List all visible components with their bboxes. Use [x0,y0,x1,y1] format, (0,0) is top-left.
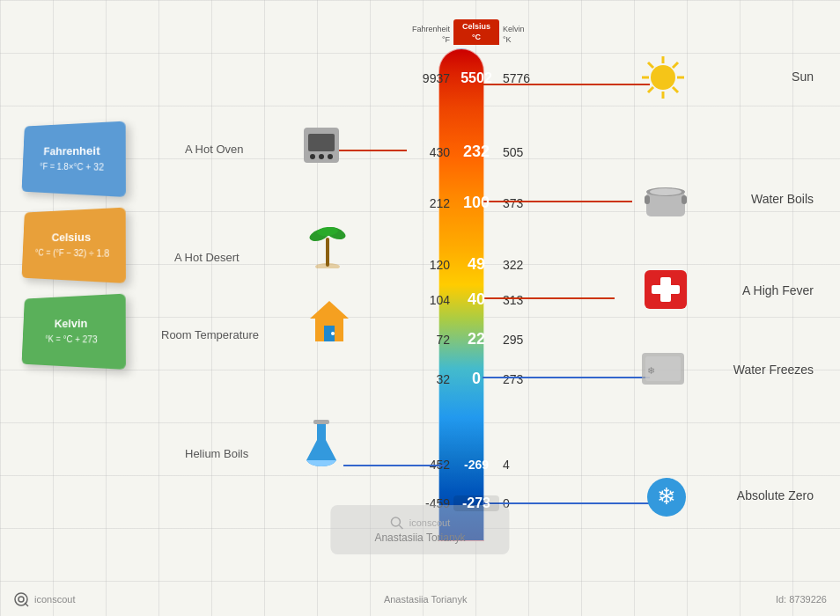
temp-c-sun: 5502 [453,70,499,86]
svg-marker-10 [310,301,349,319]
watermark-author: Anastasiia Torianyk [374,532,465,544]
svg-line-20 [648,62,653,68]
temp-row-freeze: 32 0 273 [405,370,548,388]
room-temp-label: Room Temperature [161,328,259,341]
svg-rect-14 [313,420,329,424]
iconscout-logo [13,591,29,607]
temp-c-waterboils: 100 [453,194,499,212]
temp-row-desert: 120 49 322 [405,255,548,274]
absolute-zero-label: Absolute Zero [737,488,814,502]
ice-icon: ❄ [640,348,686,393]
temp-f-desert: 120 [405,258,453,272]
oven-icon [299,123,343,171]
celsius-header: Celsius°C [453,19,499,45]
sun-icon [640,55,686,104]
hline-fever-right [483,297,615,299]
temp-c-freeze: 0 [453,370,499,388]
svg-point-15 [651,65,675,90]
hline-absolute-right [483,502,659,504]
water-freezes-label: Water Freezes [733,363,814,377]
temp-f-freeze: 32 [405,372,453,386]
celsius-title: Celsius [51,230,91,243]
pot-icon [643,176,689,222]
hline-oven-left [335,150,407,151]
temp-k-waterboils: 373 [499,196,548,210]
temp-f-room: 72 [405,333,453,347]
kelvin-formula: °K = °C + 273 [45,333,98,346]
svg-text:❄: ❄ [657,483,676,510]
svg-point-40 [18,597,24,602]
main-content: Fahrenheit °F = 1.8×°C + 32 Celsius °C =… [0,0,840,616]
temp-k-freeze: 273 [499,372,548,386]
hot-oven-label: A Hot Oven [185,143,243,156]
hline-waterboils-right [483,201,632,202]
high-fever-label: A High Fever [742,283,814,297]
svg-point-3 [319,154,324,159]
temp-k-helium: 4 [499,458,548,472]
footer-brand: iconscout [13,591,75,607]
watermark-search-icon [390,516,404,530]
temp-k-fever: 313 [499,293,548,307]
svg-line-21 [673,87,678,92]
water-boils-label: Water Boils [751,192,814,206]
hline-sun-right [483,84,650,85]
helium-boils-label: Helium Boils [185,447,248,460]
footer-author: Anastasiia Torianyk [384,594,468,605]
svg-point-28 [650,188,682,195]
temp-c-room: 22 [453,330,499,348]
footer: iconscout Anastasiia Torianyk Id: 873922… [0,591,840,607]
svg-rect-26 [645,195,650,204]
celsius-formula: °C = (°F − 32) ÷ 1.8 [35,246,110,260]
temp-c-absolute: -273 [453,495,499,511]
svg-point-13 [331,332,335,335]
kelvin-header: Kelvin°K [499,25,548,45]
temp-f-fever: 104 [405,293,453,307]
desert-icon [306,216,349,272]
svg-point-37 [392,517,401,526]
temp-k-desert: 322 [499,258,548,272]
fahrenheit-formula: °F = 1.8×°C + 32 [40,160,104,173]
temp-f-sun: 9937 [405,71,453,85]
temp-c-helium: -269 [453,458,499,472]
temp-row-oven: 430 232 505 [405,143,548,161]
temp-c-oven: 232 [453,143,499,161]
fahrenheit-header: Fahrenheit°F [405,25,453,45]
fahrenheit-title: Fahrenheit [43,143,99,158]
footer-brand-name: iconscout [34,594,75,605]
temp-row-room: 72 22 295 [405,330,548,348]
svg-line-23 [648,87,653,92]
temp-k-room: 295 [499,333,548,347]
helium-icon [299,418,343,470]
svg-rect-6 [326,238,329,267]
sun-label: Sun [792,70,814,84]
temp-c-fever: 40 [453,290,499,309]
formula-cards: Fahrenheit °F = 1.8×°C + 32 Celsius °C =… [18,123,123,366]
watermark: iconscout Anastasiia Torianyk [330,505,509,554]
footer-id: Id: 8739226 [776,594,827,605]
kelvin-card: Kelvin °K = °C + 273 [22,294,126,370]
firstaid-icon [643,268,689,314]
temp-f-oven: 430 [405,145,453,159]
watermark-brand: iconscout [409,517,450,528]
temp-row-waterboils: 212 100 373 [405,194,548,212]
svg-line-22 [673,62,678,68]
scale-headers: Fahrenheit°F Celsius°C Kelvin°K [405,19,548,45]
celsius-card: Celsius °C = (°F − 32) ÷ 1.8 [22,208,126,283]
svg-point-2 [310,154,315,159]
hline-helium-left [343,465,445,466]
temp-k-oven: 505 [499,145,548,159]
svg-rect-1 [308,134,335,151]
kelvin-title: Kelvin [55,316,88,329]
svg-point-4 [328,154,333,159]
hot-desert-label: A Hot Desert [174,251,239,264]
temp-f-waterboils: 212 [405,196,453,210]
house-icon [308,299,350,347]
temp-row-fever: 104 40 313 [405,290,548,309]
svg-text:❄: ❄ [647,365,655,376]
svg-rect-27 [682,195,687,204]
fahrenheit-card: Fahrenheit °F = 1.8×°C + 32 [22,121,126,197]
temp-c-desert: 49 [453,255,499,274]
svg-line-38 [400,525,403,529]
svg-rect-31 [652,285,680,294]
hline-freeze-right [483,377,650,378]
